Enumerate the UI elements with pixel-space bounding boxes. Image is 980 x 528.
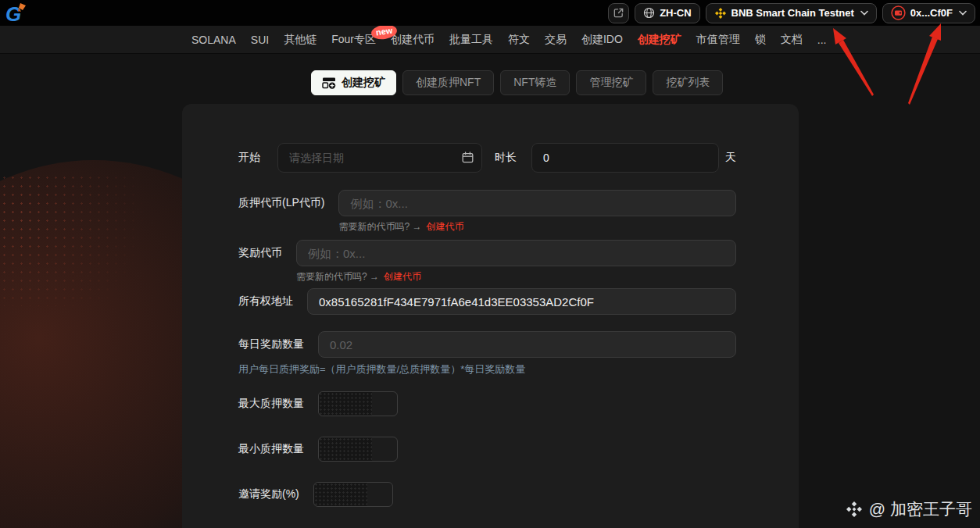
stake-token-input[interactable] [338, 190, 736, 216]
nav-item-lock[interactable]: 锁 [755, 33, 766, 47]
site-logo[interactable]: G [4, 2, 29, 25]
tab-label: 管理挖矿 [589, 76, 633, 90]
nav-item-runes[interactable]: 符文 [508, 33, 530, 47]
reward-token-hint: 需要新的代币吗? →创建代币 [296, 270, 736, 284]
share-button[interactable] [608, 3, 629, 23]
nav-item-other-chains[interactable]: 其他链 [284, 33, 317, 47]
network-selector-button[interactable]: BNB Smart Chain Testnet [706, 3, 877, 23]
daily-reward-formula-hint: 用户每日质押奖励=（用户质押数量/总质押数量）*每日奖励数量 [238, 362, 736, 376]
watermark: @ 加密王子哥 [845, 498, 972, 520]
nav-item-docs[interactable]: 文档 [781, 33, 803, 47]
background-dot-pattern [0, 173, 164, 306]
svg-text:G: G [5, 2, 21, 25]
start-date-input[interactable] [277, 143, 482, 173]
form-row-daily-reward: 每日奖励数量 用户每日质押奖励=（用户质押数量/总质押数量）*每日奖励数量 [238, 331, 736, 376]
stepper-fill [319, 437, 372, 461]
share-icon [613, 7, 624, 19]
nav-item-batch-tools[interactable]: 批量工具 [449, 33, 493, 47]
form-row-min-stake: 最小质押数量 [238, 437, 736, 462]
stake-token-hint: 需要新的代币吗? →创建代币 [338, 220, 736, 234]
min-stake-label: 最小质押数量 [238, 442, 304, 456]
form-row-stake-token: 质押代币(LP代币) 需要新的代币吗? →创建代币 [238, 190, 736, 234]
top-bar-actions: ZH-CN BNB Smart Chain Testnet [608, 3, 975, 23]
tab-label: 挖矿列表 [666, 76, 710, 90]
language-selector-button[interactable]: ZH-CN [635, 3, 699, 23]
wallet-icon [891, 5, 906, 20]
nav-item-more[interactable]: ... [817, 34, 827, 46]
duration-input[interactable] [531, 143, 719, 173]
tab-label: 创建质押NFT [416, 76, 481, 90]
binance-diamond-icon [845, 500, 864, 519]
tab-label: 创建挖矿 [342, 76, 385, 90]
tab-label: NFT铸造 [513, 76, 556, 90]
nav-item-create-ido[interactable]: 创建IDO [581, 33, 623, 47]
max-stake-label: 最大质押数量 [238, 397, 304, 411]
stepper-fill [319, 392, 372, 416]
chevron-down-icon [860, 10, 868, 16]
create-token-link[interactable]: 创建代币 [426, 221, 463, 232]
daily-reward-input[interactable] [318, 331, 736, 358]
watermark-text: @ 加密王子哥 [869, 498, 972, 520]
bnb-diamond-icon [714, 7, 727, 20]
create-token-link[interactable]: 创建代币 [384, 271, 421, 282]
nav-item-solana[interactable]: SOLANA [191, 34, 236, 46]
nav-item-create-mining[interactable]: 创建挖矿 [638, 33, 681, 47]
owner-address-label: 所有权地址 [238, 294, 293, 309]
tab-mining-list[interactable]: 挖矿列表 [653, 70, 723, 95]
nav-item-four-zone[interactable]: Four专区 new [331, 33, 376, 47]
max-stake-input[interactable] [318, 391, 398, 416]
nav-item-sui[interactable]: SUI [251, 34, 269, 46]
tab-create-mining[interactable]: 创建挖矿 [311, 70, 396, 95]
reward-token-label: 奖励代币 [238, 246, 282, 260]
invite-reward-input[interactable] [313, 482, 393, 507]
nav-item-trade[interactable]: 交易 [545, 33, 567, 47]
nav-item-create-token[interactable]: 创建代币 [391, 33, 435, 47]
stake-token-label: 质押代币(LP代币) [238, 196, 324, 210]
tab-create-stake-nft[interactable]: 创建质押NFT [402, 70, 494, 95]
nav-item-label: Four专区 [331, 33, 376, 45]
wallet-account-button[interactable]: 0x...Cf0F [882, 3, 975, 23]
network-label: BNB Smart Chain Testnet [731, 7, 854, 19]
language-label: ZH-CN [660, 7, 691, 19]
calendar-icon[interactable] [460, 150, 474, 164]
main-nav: SOLANA SUI 其他链 Four专区 new 创建代币 批量工具 符文 交… [0, 26, 980, 54]
globe-icon [643, 7, 655, 19]
duration-label: 时长 [495, 151, 517, 165]
daily-reward-label: 每日奖励数量 [238, 337, 304, 351]
min-stake-input[interactable] [318, 437, 398, 462]
chevron-down-icon [959, 10, 967, 16]
create-mining-icon [322, 76, 336, 90]
logo-g-rocket-icon: G [5, 2, 28, 25]
form-row-owner-address: 所有权地址 [238, 288, 736, 315]
form-row-reward-token: 奖励代币 需要新的代币吗? →创建代币 [238, 240, 736, 284]
form-row-start-duration: 开始 时长 天 [238, 143, 736, 173]
invite-reward-label: 邀请奖励(%) [238, 487, 299, 501]
start-date-field [277, 143, 482, 173]
mining-tabs: 创建挖矿 创建质押NFT NFT铸造 管理挖矿 挖矿列表 [311, 70, 723, 95]
owner-address-input[interactable] [307, 288, 736, 315]
hint-text: 需要新的代币吗? → [296, 271, 379, 282]
create-mining-form-panel: 开始 时长 天 质押代币(LP代币) 需要新 [182, 104, 799, 528]
stepper-fill [314, 483, 367, 506]
tab-manage-mining[interactable]: 管理挖矿 [576, 70, 646, 95]
tab-nft-mint[interactable]: NFT铸造 [500, 70, 570, 95]
nav-item-market-cap[interactable]: 市值管理 [696, 33, 740, 47]
wallet-address-label: 0x...Cf0F [910, 7, 953, 19]
reward-token-input[interactable] [296, 240, 736, 266]
duration-unit-label: 天 [725, 151, 736, 165]
top-bar: G ZH-CN [0, 0, 980, 26]
form-row-max-stake: 最大质押数量 [238, 391, 736, 416]
start-label: 开始 [238, 151, 260, 165]
form-row-invite-reward: 邀请奖励(%) [238, 482, 736, 507]
hint-text: 需要新的代币吗? → [338, 221, 421, 232]
app-window: G ZH-CN [0, 0, 980, 528]
